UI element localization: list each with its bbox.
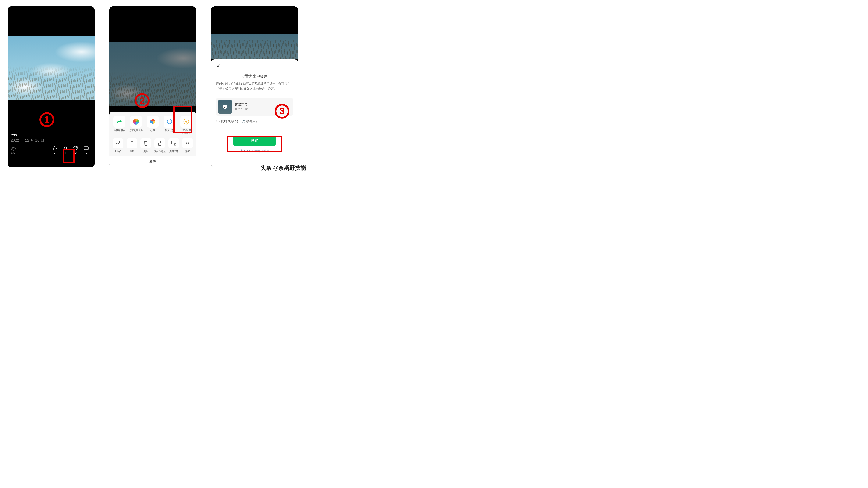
- video-date: 2022 年 12 月 10 日: [10, 138, 92, 143]
- more-icon: ••: [182, 138, 193, 149]
- trash-icon: [141, 138, 151, 149]
- sheet-forward[interactable]: 转发给朋友: [112, 116, 127, 135]
- moments-icon: [130, 116, 142, 128]
- share-arrow-icon: [116, 119, 123, 124]
- sheet-delete[interactable]: 删除: [140, 138, 152, 153]
- close-button[interactable]: ✕: [216, 63, 293, 69]
- also-status-checkbox[interactable]: 同时设为状态「🎵 换铃声」: [216, 120, 293, 123]
- screenshot-3: ✕ 设置为来电铃声 呼叫你时，你和朋友都可以听见你设置的铃声；你可以在「我 > …: [211, 6, 298, 167]
- thumbs-up-icon: [52, 146, 57, 151]
- sound-thumb: [218, 100, 232, 113]
- video-title: CSS: [10, 133, 92, 137]
- panel-description: 呼叫你时，你和朋友都可以听见你设置的铃声；你可以在「我 > 设置 > 新消息通知…: [216, 82, 293, 92]
- svg-rect-2: [84, 147, 88, 150]
- sheet-moments[interactable]: 分享到朋友圈: [129, 116, 144, 135]
- sheet-favorite[interactable]: 收藏: [145, 116, 160, 135]
- cancel-button[interactable]: 取消: [110, 156, 196, 167]
- screenshot-1: CSS 2022 年 12 月 10 日 332 0 4 0: [8, 6, 94, 167]
- video-preview-dimmed: [211, 34, 298, 59]
- lock-icon: [154, 138, 165, 149]
- blackbar-top: [110, 6, 196, 42]
- svg-rect-7: [172, 141, 175, 144]
- radio-icon: [216, 120, 220, 123]
- step-marker-1: 1: [39, 112, 54, 127]
- music-note-icon: [223, 104, 227, 109]
- view-count: 332: [10, 147, 49, 154]
- sheet-row-2: 上热门 置顶 删除 仅自己可见 关闭评论: [112, 138, 194, 153]
- sound-author: 奈斯野技能: [235, 107, 248, 111]
- sound-title: 背景声音: [235, 103, 248, 107]
- blackbar-top: [8, 6, 94, 36]
- sheet-pin[interactable]: 置顶: [126, 138, 138, 153]
- sheet-float[interactable]: •• 浮窗: [181, 138, 194, 153]
- highlight-box-ringtone: [173, 106, 192, 133]
- step-marker-3: 3: [275, 104, 289, 119]
- watermark: 头条 @奈斯野技能: [260, 164, 306, 171]
- comment-icon: [84, 146, 89, 151]
- trend-icon: [113, 138, 123, 149]
- step-marker-2: 2: [135, 93, 150, 108]
- panel-heading: 设置为来电铃声: [216, 74, 293, 79]
- eye-icon: [10, 147, 16, 151]
- highlight-box-share: [63, 149, 74, 163]
- video-preview[interactable]: [8, 36, 94, 100]
- comment-button[interactable]: 1: [81, 146, 92, 154]
- video-preview-dimmed: [110, 42, 196, 106]
- sheet-hot[interactable]: 上热门: [112, 138, 124, 153]
- sheet-private[interactable]: 仅自己可见: [154, 138, 166, 153]
- screenshot-2: 转发给朋友 分享到朋友圈 收藏: [110, 6, 196, 167]
- video-meta-area: CSS 2022 年 12 月 10 日 332 0 4 0: [8, 100, 94, 167]
- cube-icon: [147, 116, 159, 128]
- blackbar-top: [211, 6, 298, 34]
- svg-rect-6: [158, 143, 161, 145]
- no-comment-icon: [168, 138, 179, 149]
- sheet-close-comment[interactable]: 关闭评论: [167, 138, 180, 153]
- like-button[interactable]: 0: [49, 146, 60, 154]
- pin-icon: [127, 138, 137, 149]
- highlight-box-confirm: [227, 135, 282, 152]
- svg-point-3: [166, 119, 173, 125]
